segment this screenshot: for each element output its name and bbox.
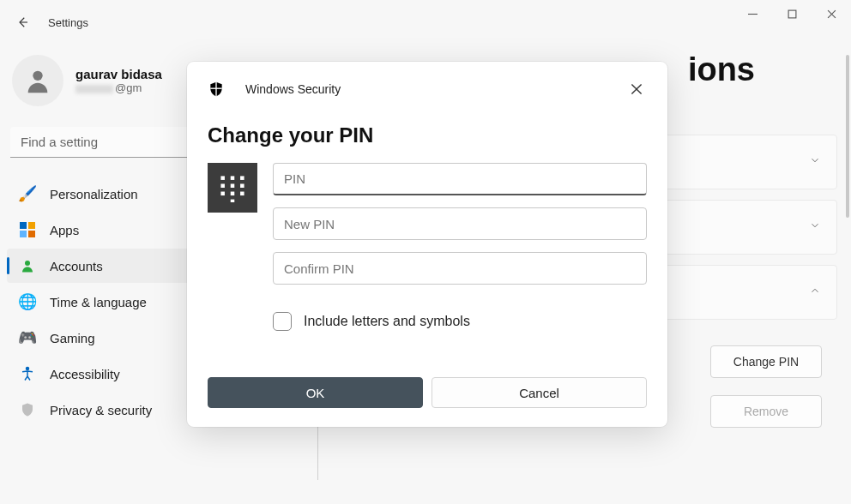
svg-rect-22 bbox=[220, 192, 225, 196]
dialog-app-name: Windows Security bbox=[245, 82, 341, 96]
svg-rect-21 bbox=[240, 183, 244, 188]
windows-security-shield-icon bbox=[208, 81, 225, 98]
keypad-icon bbox=[208, 163, 257, 213]
svg-rect-18 bbox=[240, 176, 244, 180]
svg-rect-13 bbox=[210, 88, 221, 89]
svg-rect-24 bbox=[240, 192, 244, 196]
svg-rect-12 bbox=[215, 82, 216, 97]
dialog-close-button[interactable] bbox=[626, 79, 647, 99]
ok-button[interactable]: OK bbox=[208, 377, 423, 408]
cancel-button[interactable]: Cancel bbox=[432, 377, 647, 408]
dialog-overlay: Windows Security Change your PIN Include… bbox=[0, 0, 851, 504]
svg-rect-16 bbox=[220, 176, 225, 180]
new-pin-input[interactable] bbox=[273, 207, 647, 240]
confirm-pin-input[interactable] bbox=[273, 252, 647, 285]
dialog-title: Change your PIN bbox=[208, 123, 647, 147]
svg-rect-17 bbox=[231, 176, 235, 180]
svg-rect-20 bbox=[231, 183, 235, 188]
include-letters-checkbox[interactable] bbox=[273, 312, 292, 331]
svg-rect-23 bbox=[231, 192, 235, 196]
svg-rect-25 bbox=[231, 200, 235, 202]
svg-rect-19 bbox=[220, 183, 225, 188]
change-pin-dialog: Windows Security Change your PIN Include… bbox=[187, 62, 667, 427]
current-pin-input[interactable] bbox=[273, 163, 647, 195]
include-letters-label: Include letters and symbols bbox=[304, 314, 470, 329]
